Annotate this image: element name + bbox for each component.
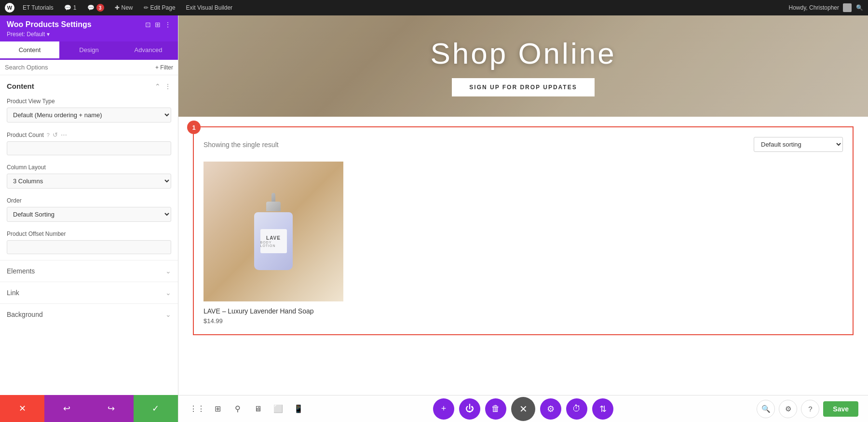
product-count-input[interactable]: 9 <box>7 141 171 155</box>
help-button[interactable]: ? <box>801 400 819 418</box>
add-module-button[interactable]: + <box>433 398 454 420</box>
canvas-area: Shop Online SIGN UP FOR DROP UPDATES 1 S… <box>178 15 868 422</box>
link-section-header[interactable]: Link ⌄ <box>7 282 171 303</box>
toolbar-left: ⋮⋮ ⊞ ⚲ 🖥 ⬜ 📱 <box>188 400 308 418</box>
sort-button[interactable]: ⇅ <box>592 398 613 420</box>
product-offset-label: Product Offset Number <box>7 231 171 237</box>
panel-title: Woo Products Settings <box>7 20 92 29</box>
toolbar-desktop-icon[interactable]: 🖥 <box>249 400 267 418</box>
close-button[interactable]: ✕ <box>511 397 535 421</box>
wp-logo[interactable]: W <box>5 3 14 13</box>
product-count-help-icon[interactable]: ? <box>47 132 50 138</box>
product-view-type-label: Product View Type <box>7 98 171 105</box>
product-count-label: Product Count ? ↺ ⋯ <box>7 131 171 138</box>
elements-section-title: Elements <box>7 267 35 275</box>
comments-item[interactable]: 💬 1 <box>62 4 79 11</box>
sorting-select[interactable]: Default sorting Sort by popularity Sort … <box>754 137 843 152</box>
section-more-icon[interactable]: ⋮ <box>164 82 171 90</box>
sidebar-tabs: Content Design Advanced <box>0 41 178 60</box>
product-count-reset-icon[interactable]: ↺ <box>53 131 58 138</box>
new-item[interactable]: ✚ New <box>112 4 136 11</box>
copy-icon[interactable]: ⊡ <box>145 21 151 28</box>
toolbar-grid-icon[interactable]: ⋮⋮ <box>188 400 206 418</box>
module-number: 1 <box>187 121 201 134</box>
link-section: Link ⌄ <box>0 282 178 303</box>
product-count-field: Product Count ? ↺ ⋯ 9 <box>0 128 178 161</box>
admin-search-icon[interactable]: 🔍 <box>855 4 863 12</box>
showing-result-text: Showing the single result <box>203 141 279 149</box>
settings-button-right[interactable]: ⚙ <box>779 400 797 418</box>
product-count-more-icon[interactable]: ⋯ <box>61 131 67 138</box>
tab-content[interactable]: Content <box>0 41 59 60</box>
order-select[interactable]: Default Sorting <box>7 207 171 222</box>
cancel-button[interactable]: ✕ <box>0 395 44 422</box>
toolbar-link-icon[interactable]: ⚲ <box>229 400 247 418</box>
order-field: Order Default Sorting <box>0 194 178 228</box>
product-view-type-select[interactable]: Default (Menu ordering + name) <box>7 108 171 123</box>
product-view-type-field: Product View Type Default (Menu ordering… <box>0 95 178 128</box>
sidebar-content: Content ⌃ ⋮ Product View Type Default (M… <box>0 75 178 395</box>
bubbles-item[interactable]: 💬 3 <box>85 4 107 12</box>
exit-builder-item[interactable]: Exit Visual Builder <box>184 4 235 11</box>
column-layout-label: Column Layout <box>7 164 171 171</box>
power-button[interactable]: ⏻ <box>459 398 480 420</box>
search-options-input[interactable] <box>5 64 151 71</box>
shop-header: Showing the single result Default sortin… <box>203 137 843 152</box>
column-layout-field: Column Layout 3 Columns <box>0 161 178 194</box>
toolbar-right: 🔍 ⚙ ? Save <box>757 400 858 418</box>
product-offset-input[interactable]: 0 <box>7 240 171 254</box>
section-header-icons: ⌃ ⋮ <box>155 82 171 90</box>
tab-design[interactable]: Design <box>59 41 119 60</box>
search-options-row: + Filter <box>0 60 178 75</box>
undo-button[interactable]: ↩ <box>44 395 89 422</box>
sidebar-bottom: ✕ ↩ ↪ ✓ <box>0 395 178 422</box>
background-section-title: Background <box>7 311 43 318</box>
bubble-badge: 3 <box>96 4 104 12</box>
elements-section: Elements ⌄ <box>0 260 178 282</box>
wp-admin-bar: W ET Tutorials 💬 1 💬 3 ✚ New ✏ Edit Page… <box>0 0 868 15</box>
howdy-section: Howdy, Christopher 🔍 <box>789 3 863 12</box>
toolbar-layout-icon[interactable]: ⊞ <box>208 400 227 418</box>
edit-page-item[interactable]: ✏ Edit Page <box>141 4 178 11</box>
product-offset-field: Product Offset Number 0 <box>0 228 178 260</box>
module-outline: 1 Showing the single result Default sort… <box>193 126 854 335</box>
column-layout-select[interactable]: 3 Columns <box>7 174 171 189</box>
history-button[interactable]: ⏱ <box>566 398 587 420</box>
avatar <box>843 3 852 12</box>
sidebar-header: Woo Products Settings ⊡ ⊞ ⋮ Preset: Defa… <box>0 15 178 41</box>
background-chevron-icon: ⌄ <box>165 311 171 318</box>
elements-section-header[interactable]: Elements ⌄ <box>7 260 171 282</box>
product-image-inner: LAVE BODY LOTION <box>203 162 343 301</box>
confirm-button[interactable]: ✓ <box>134 395 178 422</box>
delete-button[interactable]: 🗑 <box>485 398 506 420</box>
search-button-right[interactable]: 🔍 <box>757 400 775 418</box>
save-button[interactable]: Save <box>823 401 858 417</box>
link-chevron-icon: ⌄ <box>165 289 171 297</box>
filter-button[interactable]: + Filter <box>155 64 173 71</box>
shop-content: 1 Showing the single result Default sort… <box>178 117 868 395</box>
order-label: Order <box>7 197 171 204</box>
product-card: LAVE BODY LOTION LAVE – Luxury Lavender … <box>203 162 343 325</box>
soap-bottle-art: LAVE BODY LOTION <box>249 193 298 270</box>
toolbar-mobile-icon[interactable]: 📱 <box>289 400 308 418</box>
site-name[interactable]: ET Tutorials <box>20 4 56 11</box>
product-price: $14.99 <box>203 317 343 325</box>
more-options-icon[interactable]: ⋮ <box>164 21 171 28</box>
redo-button[interactable]: ↪ <box>89 395 134 422</box>
hero-cta-button[interactable]: SIGN UP FOR DROP UPDATES <box>452 78 594 96</box>
header-icons: ⊡ ⊞ ⋮ <box>145 21 171 28</box>
hero-title: Shop Online <box>430 36 616 70</box>
link-section-title: Link <box>7 289 19 297</box>
tab-advanced[interactable]: Advanced <box>119 41 178 60</box>
background-section-header[interactable]: Background ⌄ <box>7 304 171 325</box>
content-section-header: Content ⌃ ⋮ <box>0 75 178 95</box>
elements-chevron-icon: ⌄ <box>165 267 171 275</box>
product-image: LAVE BODY LOTION <box>203 162 343 301</box>
toolbar-tablet-icon[interactable]: ⬜ <box>269 400 287 418</box>
preset-row: Preset: Default ▾ <box>7 31 171 38</box>
layout-icon[interactable]: ⊞ <box>155 21 161 28</box>
collapse-icon[interactable]: ⌃ <box>155 82 161 90</box>
toolbar-center: + ⏻ 🗑 ✕ ⚙ ⏱ ⇅ <box>433 397 613 421</box>
content-section-title: Content <box>7 82 34 90</box>
settings-button[interactable]: ⚙ <box>540 398 561 420</box>
